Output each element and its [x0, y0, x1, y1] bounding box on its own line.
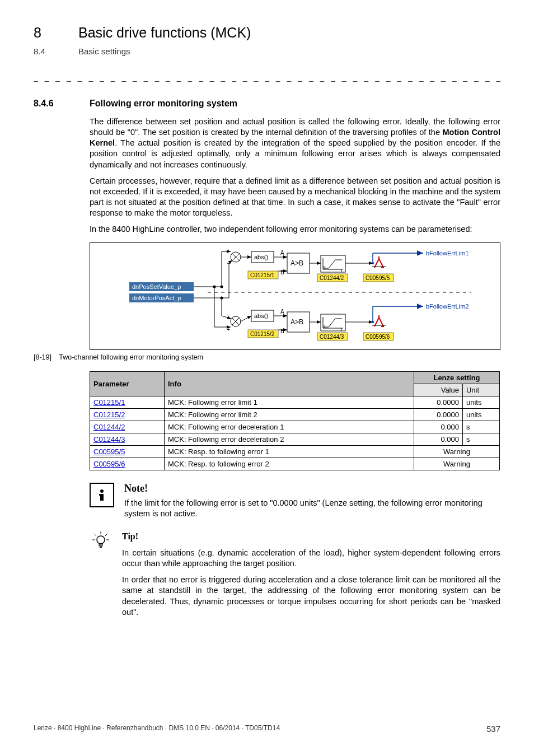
- table-row: C01244/2 MCK: Following error decelerati…: [90, 421, 500, 433]
- param-link[interactable]: C00595/5: [93, 447, 125, 456]
- svg-text:bFollowErrLim2: bFollowErrLim2: [426, 303, 469, 310]
- param-link[interactable]: C01244/3: [93, 435, 125, 444]
- svg-text:C00595/5: C00595/5: [366, 275, 390, 281]
- svg-line-86: [105, 534, 107, 536]
- svg-text:+: +: [227, 326, 230, 333]
- svg-text:0: 0: [323, 265, 326, 270]
- th-info: Info: [165, 372, 414, 396]
- svg-text:A: A: [280, 250, 284, 256]
- svg-text:dnMotorPosAct_p: dnMotorPosAct_p: [132, 295, 181, 301]
- tip-paragraph-1: In certain situations (e.g. dynamic acce…: [122, 548, 500, 569]
- svg-point-42: [372, 262, 374, 264]
- bold-mck: Motion Control Kernel: [90, 128, 500, 147]
- svg-text:abs(): abs(): [254, 312, 268, 319]
- paragraph-2: Certain processes, however, require that…: [90, 176, 500, 219]
- note-text: If the limit for the following error is …: [124, 498, 500, 519]
- svg-text:bFollowErrLim1: bFollowErrLim1: [426, 250, 469, 256]
- page-number: 537: [486, 724, 500, 734]
- svg-text:B: B: [280, 269, 284, 276]
- svg-point-53: [213, 286, 216, 288]
- figure-caption: Two-channel following error monitoring s…: [59, 353, 203, 361]
- param-link[interactable]: C00595/6: [93, 460, 125, 468]
- svg-line-57: [241, 316, 251, 321]
- param-link[interactable]: C01215/1: [93, 398, 125, 407]
- svg-text:−: −: [227, 312, 230, 318]
- parameter-table: Parameter Info Lenze setting Value Unit …: [90, 371, 500, 470]
- section-number: 8.4: [34, 46, 56, 56]
- svg-text:t: t: [341, 268, 343, 273]
- table-row: C01244/3 MCK: Following error decelerati…: [90, 433, 500, 446]
- svg-line-85: [94, 534, 96, 536]
- table-row: C00595/5 MCK: Resp. to following error 1…: [90, 446, 500, 458]
- paragraph-1: The difference between set position and …: [90, 116, 500, 170]
- svg-point-79: [372, 321, 374, 323]
- svg-text:B: B: [280, 328, 284, 334]
- svg-point-12: [221, 286, 223, 288]
- svg-point-81: [100, 489, 104, 493]
- subsection-title: Following error monitoring system: [90, 99, 237, 109]
- tip-icon: [90, 530, 112, 551]
- svg-text:abs(): abs(): [254, 254, 268, 260]
- svg-text:C01215/2: C01215/2: [250, 331, 275, 337]
- footer-text: Lenze · 8400 HighLine · Referenzhandbuch…: [34, 724, 280, 734]
- svg-text:0: 0: [323, 324, 326, 329]
- tip-paragraph-2: In order that no error is triggered duri…: [122, 575, 500, 618]
- tip-title: Tip!: [122, 530, 500, 542]
- figure-index: [8-19]: [34, 353, 51, 361]
- diagram-figure: dnPosSetValue_p dnMotorPosAct_p + − abs(…: [90, 242, 500, 350]
- table-row: C00595/6 MCK: Resp. to following error 2…: [90, 458, 500, 470]
- svg-text:C01244/2: C01244/2: [320, 275, 344, 281]
- svg-text:dnPosSetValue_p: dnPosSetValue_p: [132, 283, 181, 290]
- svg-text:C01244/3: C01244/3: [320, 334, 344, 340]
- section-title: Basic settings: [78, 46, 130, 56]
- svg-point-89: [97, 536, 105, 544]
- svg-text:−: −: [227, 260, 230, 267]
- svg-text:A: A: [280, 309, 284, 315]
- svg-rect-83: [99, 494, 101, 496]
- svg-text:A>B: A>B: [291, 259, 303, 267]
- th-value: Value: [414, 384, 463, 396]
- chapter-title: Basic drive functions (MCK): [78, 25, 251, 41]
- th-unit: Unit: [462, 384, 499, 396]
- svg-text:A>B: A>B: [291, 318, 303, 326]
- table-row: C01215/1 MCK: Following error limit 1 0.…: [90, 396, 500, 409]
- separator-dashes: _ _ _ _ _ _ _ _ _ _ _ _ _ _ _ _ _ _ _ _ …: [34, 73, 500, 82]
- param-link[interactable]: C01244/2: [93, 423, 125, 431]
- paragraph-3: In the 8400 HighLine controller, two ind…: [90, 224, 500, 235]
- th-lenze: Lenze setting: [414, 372, 500, 384]
- th-parameter: Parameter: [90, 372, 165, 396]
- subsection-number: 8.4.6: [34, 99, 73, 109]
- info-icon: [90, 483, 114, 507]
- svg-text:C00595/6: C00595/6: [366, 334, 390, 340]
- svg-text:C01215/1: C01215/1: [250, 272, 275, 278]
- chapter-number: 8: [34, 25, 56, 41]
- table-row: C01215/2 MCK: Following error limit 2 0.…: [90, 409, 500, 421]
- note-title: Note!: [124, 483, 500, 494]
- svg-text:t: t: [341, 327, 343, 332]
- param-link[interactable]: C01215/2: [93, 410, 125, 419]
